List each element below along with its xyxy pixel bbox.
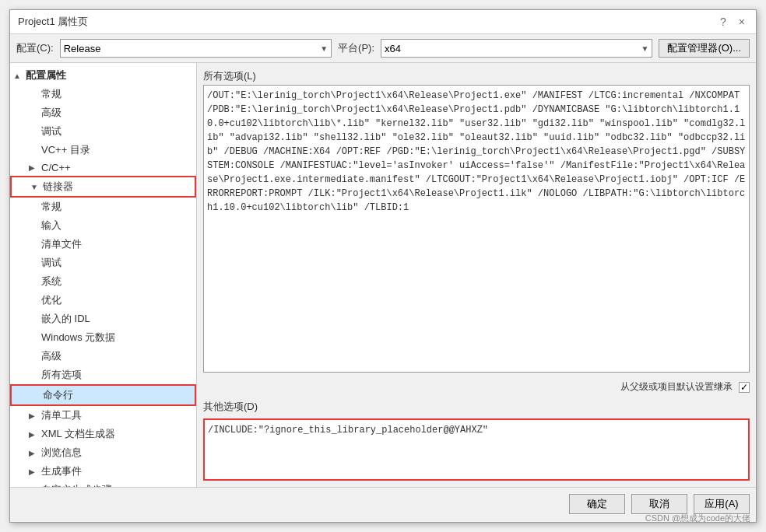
sidebar-item-linker-general[interactable]: 常规 xyxy=(10,198,196,216)
sidebar-item-label: 优化 xyxy=(41,293,61,307)
platform-select[interactable]: x64 ▼ xyxy=(381,39,652,58)
other-options-textbox[interactable] xyxy=(203,418,750,481)
arrow-linker: ▼ xyxy=(30,183,40,191)
other-options-label: 其他选项(D) xyxy=(203,400,750,414)
sidebar-item-general[interactable]: 常规 xyxy=(10,85,196,103)
arrow-build-events: ▶ xyxy=(29,467,38,476)
sidebar-item-linker-all[interactable]: 所有选项 xyxy=(10,366,196,384)
all-options-section: 所有选项(L) xyxy=(203,69,750,373)
sidebar-item-linker-system[interactable]: 系统 xyxy=(10,272,196,291)
sidebar-item-config-props[interactable]: ▲ 配置属性 xyxy=(10,66,196,85)
sidebar-item-label: 清单文件 xyxy=(41,237,82,251)
sidebar-item-linker-input[interactable]: 输入 xyxy=(10,216,196,235)
config-select[interactable]: Release ▼ xyxy=(60,39,332,58)
platform-value: x64 xyxy=(385,43,401,54)
sidebar-item-label: 链接器 xyxy=(43,180,73,194)
sidebar-item-linker[interactable]: ▼ 链接器 xyxy=(10,176,196,198)
arrow-cpp: ▶ xyxy=(29,163,38,172)
inherit-checkbox[interactable]: ✓ xyxy=(739,382,750,393)
sidebar: ▲ 配置属性 常规 高级 调试 VC++ 目录 ▶ C/C++ xyxy=(10,63,197,487)
other-options-section: 其他选项(D) xyxy=(203,400,750,481)
sidebar-item-manifest-tool[interactable]: ▶ 清单工具 xyxy=(10,406,196,425)
sidebar-item-label: 调试 xyxy=(41,124,61,138)
manage-config-button[interactable]: 配置管理器(O)... xyxy=(659,39,750,58)
help-button[interactable]: ? xyxy=(717,16,729,28)
sidebar-item-label: 系统 xyxy=(41,275,61,289)
sidebar-item-linker-advanced[interactable]: 高级 xyxy=(10,347,196,366)
sidebar-item-label: 常规 xyxy=(41,200,61,214)
sidebar-item-build-events[interactable]: ▶ 生成事件 xyxy=(10,462,196,481)
arrow-browse: ▶ xyxy=(29,449,38,457)
sidebar-item-label: 生成事件 xyxy=(41,464,82,478)
inherit-row: 从父级或项目默认设置继承 ✓ xyxy=(203,380,750,394)
sidebar-item-label: VC++ 目录 xyxy=(41,143,90,157)
sidebar-item-label: 浏览信息 xyxy=(41,446,82,460)
sidebar-item-browse-info[interactable]: ▶ 浏览信息 xyxy=(10,443,196,462)
sidebar-item-label: 清单工具 xyxy=(41,408,82,422)
sidebar-item-xml-gen[interactable]: ▶ XML 文档生成器 xyxy=(10,425,196,443)
inherit-label: 从父级或项目默认设置继承 xyxy=(620,380,733,394)
apply-button[interactable]: 应用(A) xyxy=(694,494,750,514)
sidebar-item-linker-manifest[interactable]: 清单文件 xyxy=(10,235,196,254)
sidebar-item-linker-optimize[interactable]: 优化 xyxy=(10,291,196,310)
bottom-buttons: 确定 取消 应用(A) xyxy=(10,487,756,522)
sidebar-item-label: 命令行 xyxy=(43,388,73,402)
title-bar: Project1 属性页 ? × xyxy=(10,10,756,34)
sidebar-item-label: C/C++ xyxy=(41,162,71,173)
config-label: 配置(C): xyxy=(16,41,54,55)
sidebar-item-label: 所有选项 xyxy=(41,368,82,382)
sidebar-item-advanced[interactable]: 高级 xyxy=(10,103,196,122)
sidebar-item-label: 输入 xyxy=(41,219,61,233)
close-button[interactable]: × xyxy=(736,16,748,28)
sidebar-item-linker-idl[interactable]: 嵌入的 IDL xyxy=(10,310,196,328)
watermark: CSDN @想成为code的大佬 xyxy=(645,513,750,524)
sidebar-item-label: 嵌入的 IDL xyxy=(41,312,90,326)
all-options-textbox[interactable] xyxy=(203,85,750,373)
config-value: Release xyxy=(64,43,101,54)
sidebar-item-debug[interactable]: 调试 xyxy=(10,122,196,141)
sidebar-item-cpp[interactable]: ▶ C/C++ xyxy=(10,159,196,176)
sidebar-item-label: XML 文档生成器 xyxy=(41,427,115,441)
arrow-manifest: ▶ xyxy=(29,411,38,420)
dialog: Project1 属性页 ? × 配置(C): Release ▼ 平台(P):… xyxy=(9,9,757,523)
arrow-xml: ▶ xyxy=(29,430,38,439)
sidebar-item-label: 常规 xyxy=(41,87,61,101)
platform-dropdown-arrow: ▼ xyxy=(641,44,649,53)
content-area: 所有选项(L) 从父级或项目默认设置继承 ✓ 其他选项(D) xyxy=(197,63,756,487)
sidebar-item-label: 高级 xyxy=(41,106,61,120)
dialog-title: Project1 属性页 xyxy=(18,15,88,29)
platform-label: 平台(P): xyxy=(338,41,374,55)
title-controls: ? × xyxy=(717,16,748,28)
sidebar-item-linker-windows[interactable]: Windows 元数据 xyxy=(10,328,196,347)
sidebar-item-label: 高级 xyxy=(41,349,61,363)
sidebar-item-linker-debug[interactable]: 调试 xyxy=(10,254,196,272)
sidebar-item-cmdline[interactable]: 命令行 xyxy=(10,384,196,406)
main-area: ▲ 配置属性 常规 高级 调试 VC++ 目录 ▶ C/C++ xyxy=(10,63,756,487)
sidebar-item-custom-build[interactable]: ▶ 自定义生成步骤 xyxy=(10,481,196,487)
sidebar-item-vcpp-dirs[interactable]: VC++ 目录 xyxy=(10,141,196,159)
sidebar-item-label: 调试 xyxy=(41,256,61,270)
toolbar: 配置(C): Release ▼ 平台(P): x64 ▼ 配置管理器(O)..… xyxy=(10,34,756,63)
all-options-label: 所有选项(L) xyxy=(203,69,750,83)
config-dropdown-arrow: ▼ xyxy=(320,44,328,53)
ok-button[interactable]: 确定 xyxy=(569,494,625,514)
cancel-button[interactable]: 取消 xyxy=(631,494,687,514)
sidebar-item-label: Windows 元数据 xyxy=(41,331,115,345)
sidebar-item-label: 配置属性 xyxy=(26,68,66,82)
expand-arrow-config: ▲ xyxy=(13,72,23,80)
